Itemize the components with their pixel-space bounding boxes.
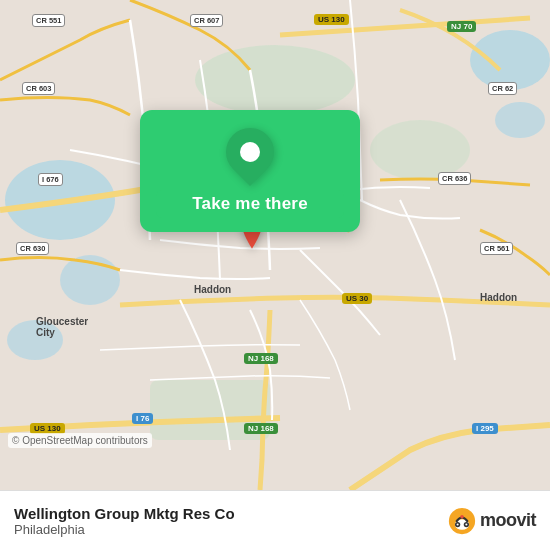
place-info: Wellington Group Mktg Res Co Philadelphi… bbox=[14, 505, 448, 537]
location-pin-icon bbox=[216, 118, 284, 186]
svg-point-3 bbox=[7, 320, 63, 360]
nj168a-badge: NJ 168 bbox=[244, 353, 278, 364]
nj70-badge: NJ 70 bbox=[447, 21, 476, 32]
i76-badge: I 76 bbox=[132, 413, 153, 424]
copyright-label: © OpenStreetMap contributors bbox=[8, 433, 152, 448]
i676-badge: I 676 bbox=[38, 173, 63, 186]
bottom-bar: Wellington Group Mktg Res Co Philadelphi… bbox=[0, 490, 550, 550]
svg-point-6 bbox=[195, 45, 355, 115]
us30-badge: US 30 bbox=[342, 293, 372, 304]
take-me-there-button[interactable]: Take me there bbox=[156, 190, 344, 218]
cr561-badge: CR 561 bbox=[480, 242, 513, 255]
moovit-text: moovit bbox=[480, 510, 536, 531]
moovit-icon bbox=[448, 507, 476, 535]
cr630-badge: CR 630 bbox=[16, 242, 49, 255]
cr607-badge: CR 607 bbox=[190, 14, 223, 27]
svg-point-14 bbox=[457, 523, 459, 525]
svg-point-15 bbox=[465, 523, 467, 525]
popup-card: Take me there bbox=[140, 110, 360, 232]
i295-badge: I 295 bbox=[472, 423, 498, 434]
cr603-badge: CR 603 bbox=[22, 82, 55, 95]
place-name: Wellington Group Mktg Res Co bbox=[14, 505, 448, 522]
svg-point-4 bbox=[470, 30, 550, 90]
moovit-logo: moovit bbox=[448, 507, 536, 535]
cr636-badge: CR 636 bbox=[438, 172, 471, 185]
svg-point-5 bbox=[495, 102, 545, 138]
nj168b-badge: NJ 168 bbox=[244, 423, 278, 434]
svg-point-7 bbox=[370, 120, 470, 180]
svg-point-16 bbox=[460, 514, 464, 518]
cr62-badge: CR 62 bbox=[488, 82, 517, 95]
us130-badge: US 130 bbox=[314, 14, 349, 25]
place-city: Philadelphia bbox=[14, 522, 448, 537]
cr551-badge: CR 551 bbox=[32, 14, 65, 27]
map-svg bbox=[0, 0, 550, 490]
map-container: CR 551 CR 607 CR 603 CR 62 I 676 CR 636 … bbox=[0, 0, 550, 490]
